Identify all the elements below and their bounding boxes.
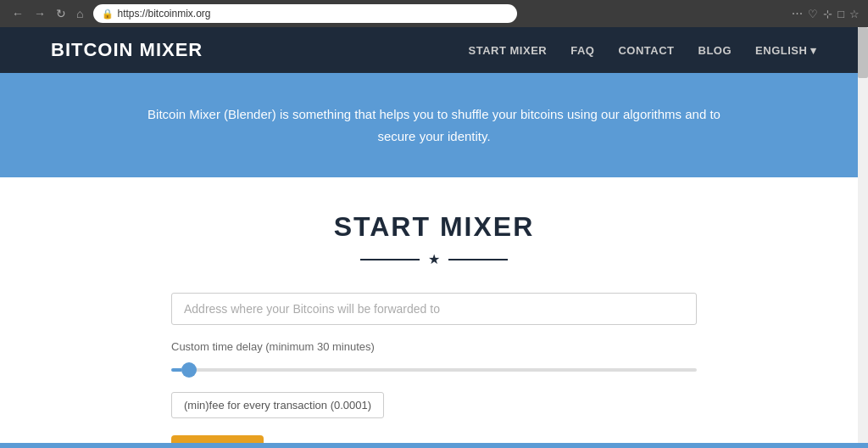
home-button[interactable]: ⌂ bbox=[73, 5, 86, 22]
nav-faq[interactable]: FAQ bbox=[570, 44, 594, 57]
navbar: BITCOIN MIXER START MIXER FAQ CONTACT BL… bbox=[0, 27, 868, 73]
url-text: https://bitcoinmix.org bbox=[117, 8, 210, 20]
hero-banner: Bitcoin Mixer (Blender) is something tha… bbox=[0, 73, 868, 177]
windows-icon[interactable]: □ bbox=[837, 8, 844, 20]
lock-icon: 🔒 bbox=[102, 8, 114, 20]
time-delay-slider-container bbox=[171, 360, 697, 375]
scrollbar-thumb[interactable] bbox=[858, 27, 868, 78]
section-title: START MIXER bbox=[334, 211, 535, 243]
nav-start-mixer[interactable]: START MIXER bbox=[469, 44, 548, 57]
divider-line-right bbox=[448, 259, 508, 260]
back-button[interactable]: ← bbox=[8, 5, 27, 22]
main-content: START MIXER ★ Custom time delay (minimum… bbox=[0, 177, 868, 448]
nav-buttons: ← → ↻ ⌂ bbox=[8, 5, 86, 22]
hero-description: Bitcoin Mixer (Blender) is something tha… bbox=[137, 104, 731, 147]
nav-contact[interactable]: CONTACT bbox=[618, 44, 674, 57]
time-delay-slider[interactable] bbox=[171, 368, 697, 372]
star-icon[interactable]: ☆ bbox=[849, 8, 860, 20]
nav-links: START MIXER FAQ CONTACT BLOG ENGLISH ▾ bbox=[469, 44, 817, 57]
scrollbar-track[interactable] bbox=[858, 27, 868, 443]
mixer-form: Custom time delay (minimum 30 minutes) (… bbox=[171, 293, 697, 448]
delay-label: Custom time delay (minimum 30 minutes) bbox=[171, 340, 697, 353]
browser-chrome: ← → ↻ ⌂ 🔒 https://bitcoinmix.org ··· ♡ ⊹… bbox=[0, 0, 868, 27]
language-selector[interactable]: ENGLISH ▾ bbox=[755, 44, 817, 57]
bottom-bar bbox=[0, 443, 868, 448]
bitcoin-address-input[interactable] bbox=[171, 293, 697, 325]
site-brand[interactable]: BITCOIN MIXER bbox=[51, 39, 203, 61]
address-bar[interactable]: 🔒 https://bitcoinmix.org bbox=[93, 4, 517, 23]
library-icon[interactable]: ⊹ bbox=[823, 8, 832, 20]
fee-badge: (min)fee for every transaction (0.0001) bbox=[171, 392, 384, 418]
divider-star-icon: ★ bbox=[428, 251, 440, 267]
divider-line-left bbox=[360, 259, 420, 260]
reload-button[interactable]: ↻ bbox=[53, 5, 70, 22]
title-divider: ★ bbox=[360, 251, 508, 267]
browser-menu[interactable]: ··· ♡ ⊹ □ ☆ bbox=[792, 6, 860, 21]
menu-dots: ··· bbox=[792, 6, 803, 21]
forward-button[interactable]: → bbox=[31, 5, 49, 22]
nav-blog[interactable]: BLOG bbox=[698, 44, 732, 57]
bookmarks-icon[interactable]: ♡ bbox=[808, 8, 818, 20]
